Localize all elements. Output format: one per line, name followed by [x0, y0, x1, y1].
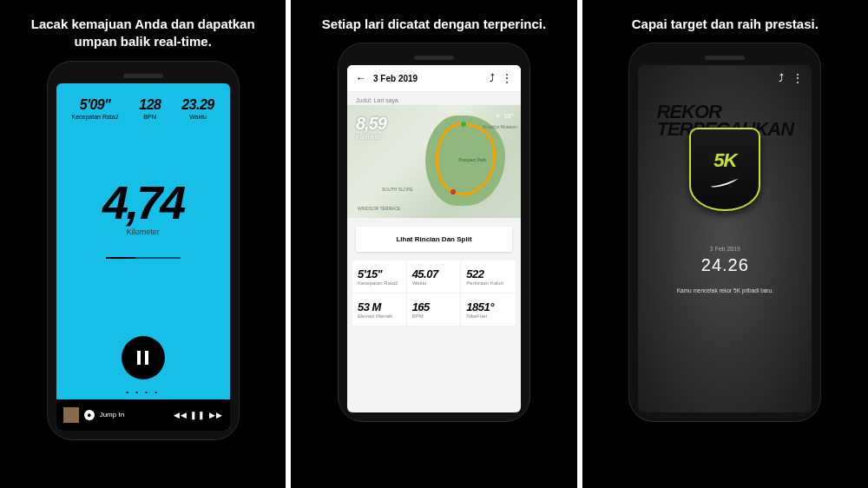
music-bar[interactable]: ● Jump In ◀◀ ❚❚ ▶▶: [56, 399, 230, 431]
more-icon[interactable]: ⋮: [502, 72, 512, 84]
stat-pace-value: 5'09": [72, 97, 119, 113]
cell-label: Waktu: [412, 280, 456, 286]
header-date: 3 Feb 2019: [373, 74, 483, 83]
run-tracking-screen: 5'09" Kecepatan Rata2 128 BPM 23.29 Wakt…: [56, 83, 230, 431]
cell-fuel: 1851°NikeFuel: [461, 293, 516, 326]
track-name: Jump In: [100, 411, 168, 419]
app-showcase: Lacak kemajuan Anda dan dapatkan umpan b…: [0, 0, 868, 488]
phone-speaker: [705, 56, 745, 60]
cell-value: 53 M: [358, 300, 401, 313]
map-label: SOUTH SLOPE: [382, 187, 413, 192]
panel-3: Capai target dan raih prestasi. ⤴ ⋮ REKO…: [582, 0, 868, 488]
map-distance-value: 8,59: [356, 114, 386, 134]
map-label: WINDSOR TERRACE: [358, 206, 400, 211]
stat-pace-label: Kecepatan Rata2: [72, 114, 119, 120]
svg-point-1: [450, 189, 456, 195]
achievement-header: ⤴ ⋮: [770, 65, 812, 91]
cell-time: 45.07Waktu: [407, 260, 462, 293]
sun-icon: ☀: [495, 112, 501, 120]
stat-bpm: 128 BPM: [139, 97, 161, 120]
achievement-badge[interactable]: 5K: [689, 128, 760, 211]
spotify-icon: ●: [84, 410, 95, 420]
share-icon[interactable]: ⤴: [490, 72, 495, 84]
cell-label: NikeFuel: [466, 313, 510, 319]
map-distance-label: Kilometer: [356, 134, 386, 140]
weather-temp: 18°: [503, 112, 514, 120]
swoosh-icon: [710, 177, 740, 189]
pause-button[interactable]: [122, 336, 165, 379]
stat-time-value: 23.29: [181, 97, 214, 113]
view-splits-button[interactable]: Lihat Rincian Dan Split: [356, 227, 512, 252]
cell-value: 522: [466, 267, 510, 280]
distance-label: Kilometer: [127, 228, 160, 236]
pause-icon: [137, 351, 148, 365]
share-icon[interactable]: ⤴: [779, 72, 784, 84]
back-icon[interactable]: ←: [356, 72, 366, 84]
phone-frame-1: 5'09" Kecepatan Rata2 128 BPM 23.29 Wakt…: [48, 62, 239, 439]
cell-value: 165: [412, 300, 456, 313]
panel-3-caption: Capai target dan raih prestasi.: [613, 0, 838, 40]
main-metric: 4,74 Kilometer: [56, 123, 230, 312]
map-label: Prospect Park: [459, 157, 486, 162]
distance-value: 4,74: [102, 175, 183, 229]
cell-label: Kecepatan Rata2: [358, 280, 401, 286]
phone-speaker: [123, 74, 163, 78]
stat-time-label: Waktu: [181, 114, 214, 120]
achievement-message: Kamu mencetak rekor 5K pribadi baru.: [677, 287, 773, 293]
phone-frame-3: ⤴ ⋮ REKOR TERPECAHKAN 5K 3 Feb 2019 24.2…: [629, 43, 820, 421]
cell-value: 45.07: [412, 267, 456, 280]
stat-pace: 5'09" Kecepatan Rata2: [72, 97, 119, 120]
cell-label: Perkiraan Kalori: [466, 280, 510, 286]
run-title-field[interactable]: Judul: Lari saya: [347, 92, 521, 105]
panel-1-caption: Lacak kemajuan Anda dan dapatkan umpan b…: [0, 0, 286, 58]
phone-frame-2: ← 3 Feb 2019 ⤴ ⋮ Judul: Lari saya Brookl…: [339, 43, 529, 421]
panel-2: Setiap lari dicatat dengan terperinci. ←…: [291, 0, 576, 488]
detail-header: ← 3 Feb 2019 ⤴ ⋮: [347, 65, 521, 92]
badge-text: 5K: [713, 149, 736, 172]
svg-point-0: [461, 122, 466, 127]
run-stats-row: 5'09" Kecepatan Rata2 128 BPM 23.29 Wakt…: [56, 83, 230, 123]
cell-bpm: 165BPM: [407, 293, 462, 326]
weather-badge: ☀ 18°: [495, 112, 514, 120]
panel-1: Lacak kemajuan Anda dan dapatkan umpan b…: [0, 0, 286, 488]
album-art: [63, 407, 79, 423]
cell-label: Elevasi Menaik: [358, 313, 401, 319]
page-indicator[interactable]: • • • •: [56, 388, 230, 399]
achievement-date: 3 Feb 2019: [710, 246, 740, 252]
map-distance: 8,59 Kilometer: [356, 114, 386, 140]
stat-bpm-value: 128: [139, 97, 161, 113]
achievement-screen: ⤴ ⋮ REKOR TERPECAHKAN 5K 3 Feb 2019 24.2…: [638, 65, 812, 412]
achievement-value: 24.26: [701, 255, 749, 275]
cell-label: BPM: [412, 313, 456, 319]
cell-pace: 5'15''Kecepatan Rata2: [352, 260, 407, 293]
more-icon[interactable]: ⋮: [792, 72, 803, 84]
music-controls[interactable]: ◀◀ ❚❚ ▶▶: [174, 411, 223, 419]
stat-time: 23.29 Waktu: [181, 97, 214, 120]
progress-bar: [106, 257, 181, 259]
panel-2-caption: Setiap lari dicatat dengan terperinci.: [303, 0, 565, 40]
stat-bpm-label: BPM: [139, 114, 161, 120]
run-detail-screen: ← 3 Feb 2019 ⤴ ⋮ Judul: Lari saya Brookl…: [347, 65, 521, 412]
stats-grid: 5'15''Kecepatan Rata2 45.07Waktu 522Perk…: [352, 260, 516, 326]
map-label: Brooklyn Museum: [483, 124, 517, 129]
route-map[interactable]: Brooklyn Museum Prospect Park WINDSOR TE…: [347, 105, 521, 218]
phone-speaker: [414, 56, 454, 60]
cell-cal: 522Perkiraan Kalori: [461, 260, 516, 293]
cell-value: 5'15'': [358, 267, 401, 280]
cell-elev: 53 MElevasi Menaik: [352, 293, 407, 326]
cell-value: 1851°: [466, 300, 510, 313]
